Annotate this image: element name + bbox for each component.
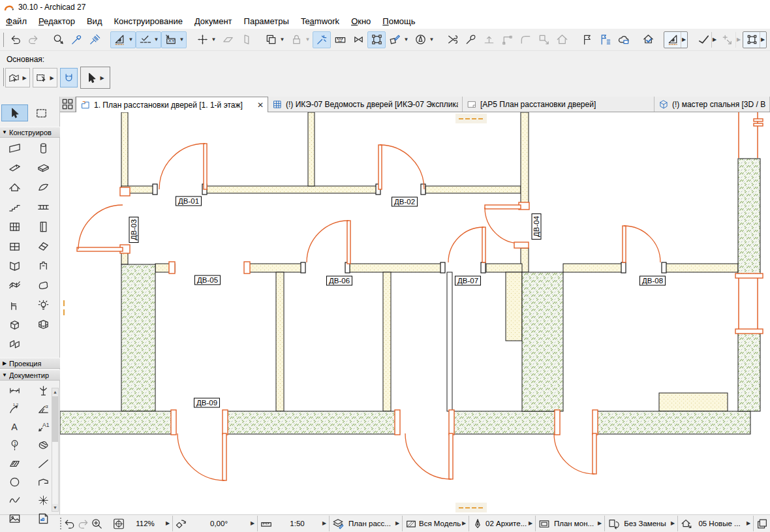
marquee-rect-tool-button[interactable]: ▶ (33, 68, 57, 87)
guide-lines-options-button[interactable]: ▶ (664, 31, 688, 48)
menu-teamwork[interactable]: Teamwork (295, 14, 345, 29)
tab-overview-button[interactable] (60, 97, 76, 112)
flyout-arrow-icon[interactable]: ▶ (670, 516, 675, 531)
statusbar-drag-handle[interactable] (60, 518, 61, 529)
split-button[interactable] (443, 31, 461, 48)
attribute-snap-button[interactable] (767, 31, 770, 48)
flyout-arrow-icon[interactable]: ▶ (395, 516, 400, 531)
tool-wall[interactable] (0, 138, 29, 158)
tab-3[interactable]: [AP5 План расстановки дверей] (463, 97, 654, 112)
guide-lines-button[interactable]: ▼ (110, 31, 136, 48)
tool-equip[interactable] (0, 315, 29, 334)
copy-button[interactable]: ▼ (262, 31, 287, 48)
extrude-button[interactable] (480, 31, 498, 48)
tool-slab[interactable] (29, 158, 57, 178)
rotate-button[interactable]: ▼ (386, 31, 411, 48)
edit-selection-set-button[interactable]: ▶ (743, 31, 767, 48)
tool-dim[interactable] (0, 381, 29, 399)
snap-points-button[interactable]: ▼ (193, 31, 219, 48)
snap-guides-button[interactable] (219, 31, 237, 48)
tool-cwall[interactable] (0, 217, 29, 236)
tab-close-icon[interactable]: ✕ (257, 101, 264, 110)
dropdown-arrow-icon[interactable]: ▼ (428, 37, 435, 42)
tool-figure[interactable] (0, 509, 29, 527)
tool-drawing[interactable] (29, 509, 57, 527)
flyout-arrow-icon[interactable]: ▶ (681, 32, 686, 48)
tool-mesh[interactable] (0, 275, 29, 295)
zoom-in-button[interactable] (90, 516, 104, 531)
tool-object[interactable] (0, 295, 29, 315)
resize-button[interactable] (534, 31, 553, 48)
tool-skylight[interactable] (29, 236, 57, 256)
menu-документ[interactable]: Документ (189, 14, 238, 29)
stretch-button[interactable] (349, 31, 367, 48)
partial-structure-quick-option[interactable]: Вся Модель▶ (403, 516, 469, 531)
scale-quick-option[interactable]: 1:50▶ (258, 516, 330, 531)
tool-lamp[interactable] (29, 295, 57, 315)
tool-zone[interactable]: 1 (0, 436, 29, 454)
tool-spline[interactable] (0, 491, 29, 509)
tool-column[interactable] (29, 138, 57, 158)
flyout-arrow-icon[interactable]: ▶ (48, 75, 55, 81)
zoom-to-selection-button[interactable] (49, 31, 67, 48)
menu-редактор[interactable]: Редактор (33, 14, 81, 29)
trace-reference-quick-option[interactable]: Т▶ (754, 516, 770, 531)
coordinates-button[interactable]: XY▼ (161, 31, 187, 48)
flyout-arrow-icon[interactable]: ▶ (711, 32, 717, 48)
tool-morph[interactable] (29, 275, 57, 295)
tool-circle[interactable] (0, 473, 29, 491)
undo-button[interactable] (6, 31, 24, 48)
tool-cornerwin[interactable] (0, 256, 29, 275)
mark-up-button[interactable] (578, 31, 596, 48)
menu-помощь[interactable]: Помощь (377, 14, 421, 29)
flyout-arrow-icon[interactable]: ▶ (21, 75, 28, 81)
check-model-button[interactable] (639, 31, 657, 48)
toolbar-drag-handle[interactable] (3, 33, 4, 47)
tool-door[interactable] (29, 217, 57, 236)
tab-2[interactable]: (!) ИКЭ-07 Ведомость дверей [ИКЭ-07 Эксп… (268, 97, 463, 112)
inject-parameters-button[interactable] (85, 31, 104, 48)
scroll-thumb[interactable] (52, 396, 58, 442)
toolbox-section-3[interactable]: ▼Документир (0, 369, 60, 381)
menu-вид[interactable]: Вид (81, 14, 108, 29)
scroll-up-icon[interactable]: ▲ (52, 388, 58, 396)
toolbox-scrollbar[interactable]: ▲▼ (52, 388, 59, 512)
zoom-level-quick-option[interactable]: 112%▶ (110, 516, 173, 531)
renovation-filter-quick-option[interactable]: 05 Новые ...▶ (678, 516, 754, 531)
flyout-arrow-icon[interactable]: ▶ (597, 516, 602, 531)
magic-wand-button[interactable] (313, 31, 331, 48)
menu-файл[interactable]: Файл (0, 14, 33, 29)
tool-roof[interactable] (0, 178, 29, 197)
dropdown-arrow-icon[interactable]: ▼ (403, 37, 410, 42)
group-button[interactable] (367, 31, 386, 48)
dropdown-arrow-icon[interactable]: ▼ (279, 37, 286, 42)
lock-button[interactable]: ▼ (287, 31, 313, 48)
flyout-arrow-icon[interactable]: ▶ (461, 516, 467, 531)
tool-arrow[interactable] (1, 104, 28, 121)
tool-stair[interactable] (0, 197, 29, 217)
dropdown-arrow-icon[interactable]: ▼ (127, 37, 134, 42)
relative-construction-button[interactable]: ▶ (718, 31, 743, 48)
tool-window[interactable] (0, 236, 29, 256)
tool-opening[interactable] (0, 334, 29, 354)
orientation-quick-option[interactable]: 0,00°▶ (173, 516, 258, 531)
graphic-override-quick-option[interactable]: Без Замены▶ (605, 516, 678, 531)
flyout-arrow-icon[interactable]: ▶ (99, 75, 106, 81)
measure-button[interactable]: 12 (331, 31, 349, 48)
tool-text[interactable]: A (0, 418, 29, 436)
flyout-arrow-icon[interactable]: ▶ (322, 516, 327, 531)
tool-beam[interactable] (0, 158, 29, 178)
redo-button[interactable] (24, 31, 42, 48)
dropdown-arrow-icon[interactable]: ▼ (178, 37, 185, 42)
tab-4[interactable]: (!) мастер спальня [3D / Все] (654, 97, 770, 112)
menu-параметры[interactable]: Параметры (238, 14, 295, 29)
tool-cwsys[interactable] (29, 315, 57, 334)
flyout-arrow-icon[interactable]: ▶ (165, 516, 170, 531)
pick-up-parameters-button[interactable] (67, 31, 85, 48)
toolbox-section-2[interactable]: ▶Проекция (0, 358, 60, 369)
floor-plan-canvas[interactable]: ДВ-01ДВ-02ДВ-03ДВ-04ДВ-05ДВ-06ДВ-07ДВ-08… (60, 112, 770, 514)
tab-1[interactable]: 1. План расстановки дверей [1. 1-й этаж]… (76, 97, 268, 112)
menu-окно[interactable]: Окно (345, 14, 377, 29)
bimcloud-panel-button[interactable] (614, 31, 632, 48)
flyout-arrow-icon[interactable]: ▶ (760, 32, 765, 48)
